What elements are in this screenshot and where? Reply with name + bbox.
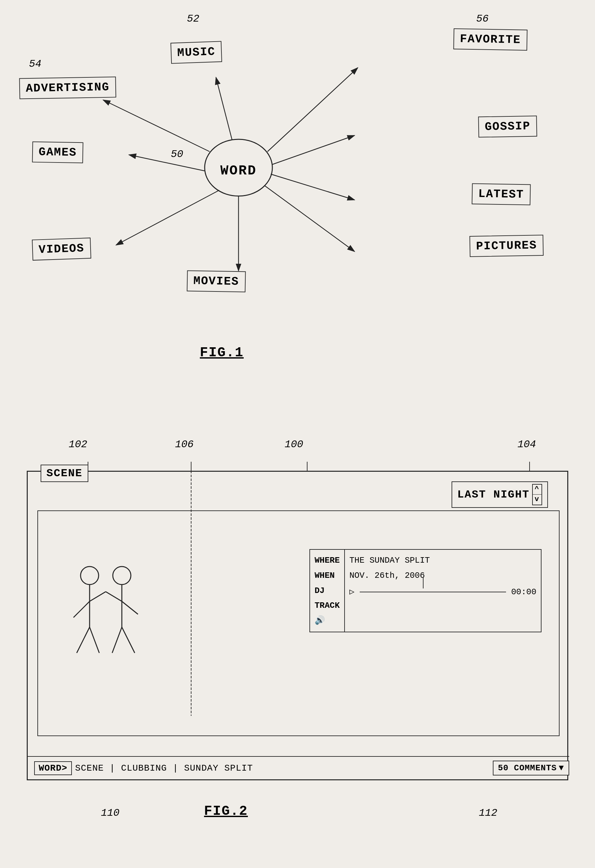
- last-night-arrows[interactable]: ^ v: [532, 484, 542, 505]
- favorite-node: FAVORITE: [454, 28, 528, 51]
- movies-node: MOVIES: [187, 270, 246, 292]
- svg-point-19: [113, 567, 131, 585]
- date-value: NOV. 26th, 2006: [349, 568, 536, 583]
- svg-line-10: [116, 190, 219, 245]
- track-label: TRACK: [315, 598, 340, 613]
- word-tag[interactable]: WORD>: [34, 761, 72, 775]
- info-box-108: WHERE WHEN DJ TRACK 🔊 THE SUNDAY SPLIT N…: [309, 549, 542, 632]
- svg-line-8: [264, 185, 355, 251]
- svg-line-23: [112, 627, 122, 653]
- svg-line-16: [90, 592, 106, 601]
- where-label: WHERE: [315, 553, 340, 568]
- arrow-down-btn[interactable]: v: [533, 495, 542, 504]
- dj-label: DJ: [315, 583, 340, 598]
- fig1-diagram: 52 56 54 50 WORD: [0, 0, 595, 419]
- gossip-node: GOSSIP: [478, 115, 537, 137]
- dropdown-icon: ▼: [558, 763, 564, 773]
- svg-line-15: [74, 601, 90, 617]
- svg-line-22: [122, 601, 138, 614]
- svg-line-7: [271, 174, 355, 200]
- svg-line-12: [103, 100, 209, 152]
- info-labels: WHERE WHEN DJ TRACK 🔊: [310, 550, 345, 632]
- svg-line-18: [90, 627, 99, 653]
- bottom-bar: WORD> SCENE | CLUBBING | SUNDAY SPLIT 50…: [28, 756, 569, 779]
- svg-line-24: [122, 627, 135, 653]
- audio-row: ▷ 00:00: [349, 585, 536, 600]
- fig2-diagram: 102 106 100 104 SCENE LAST NIGHT ^ v: [27, 438, 568, 819]
- stick-figures: [57, 550, 154, 679]
- scene-box: SCENE: [41, 465, 88, 482]
- last-night-label: LAST NIGHT: [457, 489, 530, 501]
- ref-102: 102: [69, 438, 87, 450]
- music-node: MUSIC: [171, 41, 222, 63]
- svg-line-4: [216, 77, 232, 140]
- last-night-box: LAST NIGHT ^ v: [452, 481, 548, 508]
- games-node: GAMES: [32, 142, 83, 164]
- audio-time: 00:00: [511, 585, 536, 600]
- comments-label: 50 COMMENTS: [498, 763, 557, 773]
- info-values: THE SUNDAY SPLIT NOV. 26th, 2006 ▷ 00:00: [345, 550, 541, 632]
- pictures-node: PICTURES: [470, 235, 544, 257]
- venue-value: THE SUNDAY SPLIT: [349, 553, 536, 568]
- svg-line-21: [106, 592, 122, 601]
- audio-label: 🔊: [315, 613, 340, 629]
- ref-100: 100: [284, 438, 303, 450]
- svg-text:WORD: WORD: [221, 163, 257, 179]
- play-btn[interactable]: ▷: [349, 585, 355, 600]
- svg-line-17: [77, 627, 90, 653]
- ref-106: 106: [175, 438, 194, 450]
- latest-node: LATEST: [472, 183, 531, 205]
- fig2-label: FIG.2: [204, 803, 248, 819]
- fig1-label: FIG.1: [200, 345, 244, 360]
- ref-112: 112: [479, 807, 497, 819]
- fig2-outer-box: SCENE LAST NIGHT ^ v: [27, 471, 568, 780]
- advertising-node: ADVERTISING: [19, 77, 116, 99]
- ref-104: 104: [517, 438, 536, 450]
- svg-point-13: [81, 567, 99, 585]
- audio-progress: [360, 592, 506, 592]
- svg-line-11: [129, 155, 205, 171]
- when-label: WHEN: [315, 568, 340, 583]
- videos-node: VIDEOS: [32, 238, 91, 261]
- svg-line-6: [272, 136, 355, 164]
- arrow-up-btn[interactable]: ^: [533, 485, 542, 495]
- breadcrumb: SCENE | CLUBBING | SUNDAY SPLIT: [75, 763, 493, 773]
- comments-button[interactable]: 50 COMMENTS ▼: [493, 761, 569, 775]
- ref-110: 110: [101, 807, 119, 819]
